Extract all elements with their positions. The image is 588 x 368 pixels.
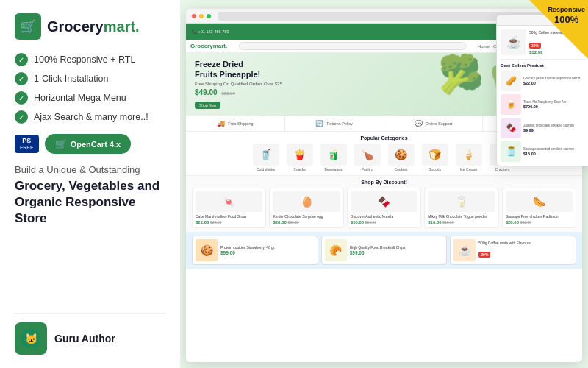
bottom-promo-section: 🍪 Protein cookies Strawberry, 40 gr. $99…: [186, 232, 582, 269]
product-card-3[interactable]: 🍫 Discover Authentic Nutella $50.00 $55.…: [347, 188, 421, 228]
author-area: 🐱 Guru Author: [15, 313, 165, 355]
promo-img-3: ☕: [453, 239, 476, 261]
right-product-item-3[interactable]: 🍫 Jackpot chocolate smoked salmon $9.99: [501, 118, 587, 138]
promo-info-1: Protein cookies Strawberry, 40 gr. $99.0…: [220, 245, 315, 255]
product-name-2: Kinder Chocolate Surprise egg: [273, 214, 340, 219]
product-img-5: 🌭: [506, 191, 573, 212]
promo-price-1: $99.00: [220, 250, 315, 255]
right-best-sellers-title: Best Sellers Product: [501, 63, 587, 68]
category-img-biscuits: 🍞: [422, 144, 448, 166]
hero-cta-button[interactable]: Shop Now: [195, 102, 220, 109]
category-img-cold-drinks: 🥤: [253, 144, 279, 166]
products-grid: 🍬 Cake Marshmallow Food Straw $22.00 $24…: [192, 188, 576, 228]
right-product-info-1: Grocery peanut butter superfood blend $2…: [523, 77, 587, 85]
category-cookies[interactable]: 🍪 Cookies: [386, 144, 417, 171]
tagline: Build a Unique & Outstanding Grocery, Ve…: [15, 164, 165, 227]
right-product-img-2: 🍺: [501, 94, 521, 115]
product-name-3: Discover Authentic Nutella: [351, 214, 417, 219]
store-logo-small: Grocerymart.: [190, 43, 227, 49]
tagline-sub: Build a Unique & Outstanding: [15, 164, 165, 175]
right-featured-price: $12.99: [529, 50, 587, 54]
feature-item-1: ✓ 100% Responsive + RTL: [15, 53, 165, 66]
shipping-icon: 🚚: [217, 120, 225, 127]
category-img-ice-cream: 🍦: [456, 144, 482, 166]
category-poultry[interactable]: 🍗 Poultry: [352, 144, 383, 171]
right-product-item-4[interactable]: 🫙 Sausage assorted smoked salmon $15.00: [501, 141, 587, 162]
check-icon-2: ✓: [15, 72, 28, 85]
left-panel: 🛒 Grocerymart. ✓ 100% Responsive + RTL ✓…: [0, 0, 180, 368]
promo-discount-badge: 20%: [478, 252, 490, 258]
browser-dot-green: [207, 14, 211, 18]
right-product-info-4: Sausage assorted smoked salmon $15.00: [523, 147, 587, 156]
promo-info-2: High Quality Food Breaks & Chips $99.00: [350, 245, 444, 255]
right-discount-badge: 30%: [529, 43, 541, 49]
product-card-4[interactable]: 🥛 Miksy Milk Chocolate Yogurt powder $16…: [424, 188, 498, 228]
logo-icon: 🛒: [15, 13, 41, 40]
platform-ps-badge: PS FREE: [15, 135, 39, 154]
right-product-info-3: Jackpot chocolate smoked salmon $9.99: [523, 124, 587, 132]
platform-oc-badge[interactable]: 🛒 OpenCart 4.x: [45, 134, 131, 154]
product-card-5[interactable]: 🌭 Sausage Free chicken Radisson $28.00 $…: [502, 188, 576, 228]
product-name-1: Cake Marshmallow Food Straw: [196, 214, 262, 219]
feature-item-4: ✓ Ajax Search & many more..!: [15, 110, 165, 124]
product-name-4: Miksy Milk Chocolate Yogurt powder: [428, 214, 495, 219]
category-cold-drinks[interactable]: 🥤 Cold drinks: [251, 144, 282, 171]
category-img-poultry: 🍗: [354, 144, 381, 166]
promo-name-3: 500g Coffee mate with Flavours!: [478, 241, 573, 245]
promo-card-3[interactable]: ☕ 500g Coffee mate with Flavours! 20%: [450, 236, 576, 265]
responsive-badge-text: Responsive 100%: [548, 6, 585, 25]
right-mockup-content: ☕ 500g Coffee mate with Flavours! 30% $1…: [497, 26, 588, 166]
store-search-bar: [239, 42, 466, 50]
support-icon: 💬: [415, 120, 423, 127]
feature-strip-support: 💬 Online Support: [384, 116, 484, 131]
feature-item-3: ✓ Horizontal Mega Menu: [15, 91, 165, 105]
author-name: Guru Author: [54, 333, 115, 344]
product-img-1: 🍬: [196, 191, 262, 212]
right-product-price-2: $796.00: [523, 105, 587, 109]
discount-products-section: Shop By Discount! 🍬 Cake Marshmallow Foo…: [186, 175, 582, 232]
feature-item-2: ✓ 1-Click Installation: [15, 72, 165, 85]
product-card-1[interactable]: 🍬 Cake Marshmallow Food Straw $22.00 $24…: [192, 188, 266, 228]
discount-title: Shop By Discount!: [192, 180, 576, 185]
right-featured-img: ☕: [501, 29, 526, 55]
promo-name-1: Protein cookies Strawberry, 40 gr.: [220, 245, 315, 250]
product-price-5: $28.00 $32.00: [506, 220, 573, 224]
right-product-img-1: 🥜: [501, 71, 521, 91]
product-img-3: 🍫: [351, 191, 417, 212]
category-beverages[interactable]: 🧃 Beverages: [318, 144, 349, 171]
right-product-item-1[interactable]: 🥜 Grocery peanut butter superfood blend …: [501, 71, 587, 91]
category-img-beverages: 🧃: [320, 144, 347, 166]
promo-img-2: 🥐: [325, 239, 347, 261]
svg-text:🐱: 🐱: [25, 333, 38, 345]
feature-strip-returns: 🔄 Returns Policy: [285, 116, 384, 131]
promo-card-1[interactable]: 🍪 Protein cookies Strawberry, 40 gr. $99…: [192, 236, 318, 265]
right-product-img-4: 🫙: [501, 141, 521, 162]
hero-title: Freeze DriedFruits Pineapple!: [195, 59, 282, 80]
right-product-item-2[interactable]: 🍺 Toast Ale Raspberry Sour Ale $796.00: [501, 94, 587, 115]
product-price-1: $22.00 $24.50: [196, 220, 262, 224]
right-product-price-1: $22.00: [523, 81, 587, 85]
promo-card-2[interactable]: 🥐 High Quality Food Breaks & Chips $99.0…: [321, 236, 448, 265]
browser-dot-yellow: [199, 14, 204, 18]
author-avatar: 🐱: [15, 322, 47, 355]
product-price-2: $26.00 $30.00: [273, 220, 340, 224]
cart-icon: 🛒: [55, 138, 67, 149]
product-card-2[interactable]: 🥚 Kinder Chocolate Surprise egg $26.00 $…: [269, 188, 343, 228]
check-icon-3: ✓: [15, 91, 28, 105]
tagline-main: Grocery, Vegetables and Organic Responsi…: [15, 178, 165, 227]
right-product-info-2: Toast Ale Raspberry Sour Ale $796.00: [523, 100, 587, 109]
hero-price: $49.00 $53.00: [195, 88, 282, 96]
category-snacks[interactable]: 🍟 Snacks: [284, 144, 315, 171]
product-price-3: $50.00 $55.00: [351, 220, 417, 224]
right-product-list: 🥜 Grocery peanut butter superfood blend …: [501, 71, 587, 162]
category-img-cookies: 🍪: [388, 144, 415, 166]
product-img-2: 🥚: [273, 191, 340, 212]
category-ice-cream[interactable]: 🍦 Ice Cream: [453, 144, 484, 171]
preview-area: Responsive 100% 📞 +01 123-456-789 My Acc…: [180, 0, 588, 368]
category-biscuits[interactable]: 🍞 Biscuits: [420, 144, 451, 171]
returns-icon: 🔄: [315, 120, 323, 127]
right-product-price-3: $9.99: [523, 128, 587, 132]
hero-subtitle: Free Shipping On Qualified Orders Over $…: [195, 82, 282, 86]
right-product-price-4: $15.00: [523, 152, 587, 156]
feature-strip-shipping: 🚚 Free Shipping: [186, 116, 285, 131]
